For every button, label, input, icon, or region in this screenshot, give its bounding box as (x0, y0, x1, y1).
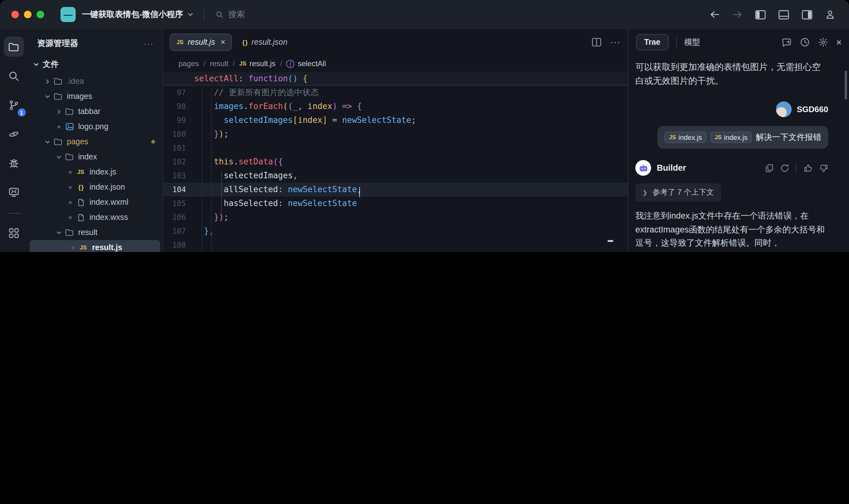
image-icon (64, 123, 75, 130)
tree-item-index.wxml[interactable]: index.wxml (27, 195, 163, 210)
chevron-down-icon (54, 230, 64, 235)
tree-item-label: pages (67, 137, 88, 146)
tab-result-json[interactable]: { } result.json (242, 38, 287, 47)
line-number[interactable]: 104 (163, 183, 194, 197)
activity-bar: 1 (0, 29, 27, 252)
tree-item-index[interactable]: index (27, 149, 163, 164)
line-number[interactable]: 108 (163, 238, 194, 252)
files-section-header[interactable]: 文件 (27, 49, 163, 72)
tree-item-index.wxss[interactable]: index.wxss (27, 210, 163, 225)
line-number[interactable]: 99 (163, 113, 194, 127)
search-icon (216, 11, 224, 19)
line-number[interactable]: 107 (163, 224, 194, 238)
tab-trae[interactable]: Trae (636, 34, 668, 50)
overview-ruler-marker (607, 240, 613, 242)
code-line-107[interactable]: 107 }, (163, 224, 628, 238)
gear-icon[interactable] (818, 37, 828, 47)
code-line-97[interactable]: 97 // 更新所有图片的选中状态 (163, 86, 628, 100)
file-chip[interactable]: JSindex.js (710, 132, 752, 143)
extensions-grid-icon[interactable] (4, 224, 23, 242)
search-sidebar-icon[interactable] (4, 67, 23, 86)
code-line-105[interactable]: 105 hasSelected: newSelectState (163, 197, 628, 211)
close-window-button[interactable] (11, 11, 19, 18)
code-line-103[interactable]: 103 selectedImages, (163, 169, 628, 183)
sticky-scroll-line[interactable]: selectAll: function() { (163, 72, 628, 86)
minimize-window-button[interactable] (24, 11, 32, 18)
code-line-98[interactable]: 98 images.forEach((_, index) => { (163, 100, 628, 113)
file-chip[interactable]: JSindex.js (665, 132, 707, 143)
code-line-99[interactable]: 99 selectedImages[index] = newSelectStat… (163, 113, 628, 127)
window-title[interactable]: 一键获取表情包-微信小程序 (82, 9, 183, 20)
explorer-icon[interactable] (3, 37, 24, 57)
tree-item-pages[interactable]: pages (27, 134, 163, 149)
breadcrumb[interactable]: pages/ result/ JSresult.js/ fselectAll (163, 55, 628, 72)
code-editor[interactable]: 97 // 更新所有图片的选中状态98 images.forEach((_, i… (163, 86, 628, 252)
line-number[interactable]: 103 (163, 169, 194, 183)
chevron-down-icon (42, 93, 52, 99)
tab-result-js[interactable]: JS result.js × (170, 33, 232, 51)
more-actions-icon[interactable]: ··· (144, 39, 154, 48)
back-button[interactable] (710, 10, 720, 19)
tab-bar: JS result.js × { } result.json ··· (163, 29, 628, 55)
tree-item-index.js[interactable]: JSindex.js (27, 164, 163, 180)
toggle-left-panel-icon[interactable] (755, 10, 766, 19)
tree-item-tabbar[interactable]: tabbar (27, 104, 163, 119)
tree-item-logo.png[interactable]: logo.png (27, 119, 163, 134)
folder-icon (64, 108, 75, 115)
line-number[interactable]: 97 (163, 86, 194, 100)
maximize-window-button[interactable] (37, 11, 44, 18)
tree-item-label: logo.png (78, 122, 108, 131)
code-line-106[interactable]: 106 }); (163, 211, 628, 224)
code-line-108[interactable]: 108 (163, 238, 628, 252)
line-number[interactable]: 102 (163, 155, 194, 169)
split-editor-icon[interactable] (592, 38, 601, 47)
new-chat-icon[interactable] (781, 37, 792, 47)
history-icon[interactable] (800, 37, 810, 47)
thumbs-down-icon[interactable] (819, 163, 828, 172)
toggle-bottom-panel-icon[interactable] (778, 10, 789, 19)
debug-icon[interactable] (4, 154, 23, 173)
folder-icon (52, 138, 64, 146)
account-icon[interactable] (825, 10, 835, 20)
modified-indicator-dot (151, 140, 155, 144)
copy-icon[interactable] (765, 163, 773, 172)
file-tree: .ideaimagestabbarlogo.pngpagesindexJSind… (27, 74, 163, 252)
tree-item-result[interactable]: result (27, 225, 163, 240)
code-line-102[interactable]: 102 this.setData({ (163, 155, 628, 169)
user-identity: SGD660 (635, 102, 828, 117)
chat-scrollbar[interactable] (845, 71, 847, 100)
editor-more-icon[interactable]: ··· (610, 37, 620, 48)
line-number[interactable]: 98 (163, 100, 194, 113)
global-search[interactable]: 搜索 (216, 9, 245, 20)
function-symbol-icon: f (286, 59, 295, 68)
code-line-101[interactable]: 101 (163, 141, 628, 155)
source-control-icon[interactable]: 1 (4, 96, 23, 115)
chevron-right-icon (54, 109, 64, 114)
titlebar-divider (204, 8, 205, 21)
tab-model[interactable]: 模型 (684, 37, 700, 48)
code-line-100[interactable]: 100 }); (163, 127, 628, 141)
tree-item-images[interactable]: images (27, 89, 163, 104)
tree-item-.idea[interactable]: .idea (27, 74, 163, 89)
close-tab-icon[interactable]: × (220, 38, 225, 47)
line-number[interactable]: 105 (163, 197, 194, 211)
thumbs-up-icon[interactable] (803, 163, 812, 172)
line-number[interactable]: 106 (163, 211, 194, 224)
code-line-104[interactable]: 104 allSelected: newSelectState, (163, 183, 628, 197)
chevron-right-icon: ❯ (642, 189, 648, 196)
preview-eye-icon[interactable] (4, 125, 23, 144)
tree-item-result.js[interactable]: JSresult.js (30, 240, 160, 252)
forward-button[interactable] (732, 10, 742, 19)
tree-item-index.json[interactable]: { }index.json (27, 180, 163, 195)
chevron-down-icon[interactable] (188, 11, 194, 18)
close-panel-icon[interactable]: × (836, 37, 842, 47)
project-icon: — (60, 7, 76, 22)
js-icon: JS (75, 169, 86, 175)
folder-icon (52, 77, 64, 85)
terminal-icon[interactable] (4, 183, 23, 202)
line-number[interactable]: 100 (163, 127, 194, 141)
regenerate-icon[interactable] (780, 163, 789, 172)
toggle-right-panel-icon[interactable] (802, 10, 812, 19)
line-number[interactable]: 101 (163, 141, 194, 155)
context-reference-toggle[interactable]: ❯ 参考了 7 个上下文 (635, 183, 721, 202)
